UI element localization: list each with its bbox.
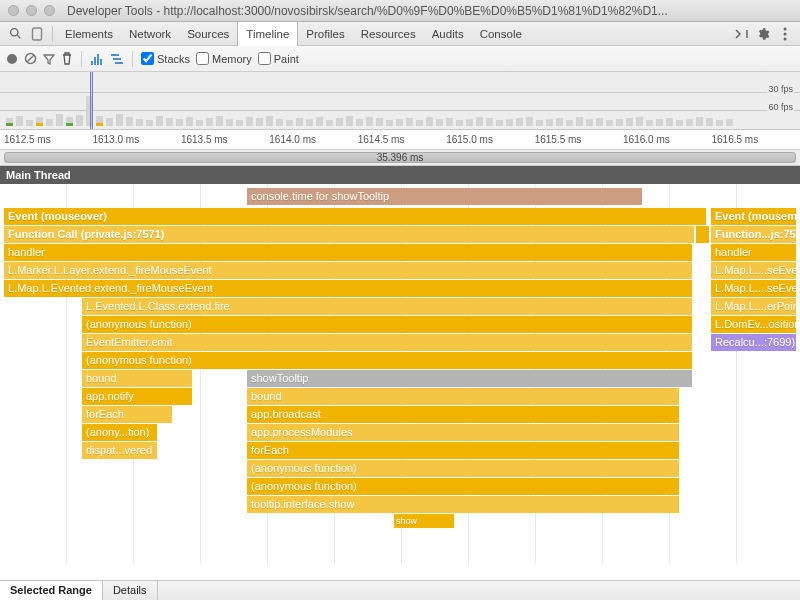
flame-lmap-se2[interactable]: L.Map.L....seEvent xyxy=(711,280,796,297)
flame-console-time[interactable]: console.time for showTooltip xyxy=(247,188,642,205)
minimize-window-icon[interactable] xyxy=(26,5,37,16)
more-menu-icon[interactable] xyxy=(774,24,796,44)
tab-sources[interactable]: Sources xyxy=(179,22,237,46)
clear-icon[interactable] xyxy=(24,52,37,65)
panel-tabs: ElementsNetworkSourcesTimelineProfilesRe… xyxy=(57,22,530,46)
flame-function-call-short[interactable]: Function...js:7571) xyxy=(711,226,796,243)
search-icon[interactable] xyxy=(4,24,26,44)
flame-anon-3[interactable]: (anonymous function) xyxy=(247,460,679,477)
traffic-lights[interactable] xyxy=(8,5,55,16)
timeline-overview[interactable]: 30 fps 60 fps xyxy=(0,72,800,130)
waterfall-view-icon[interactable] xyxy=(110,53,124,65)
ruler-tick: 1615.5 ms xyxy=(535,134,623,145)
svg-rect-11 xyxy=(97,54,99,65)
range-bar[interactable]: 35.396 ms xyxy=(0,150,800,166)
thread-header: Main Thread xyxy=(0,166,800,184)
tab-selected-range[interactable]: Selected Range xyxy=(0,581,103,600)
separator xyxy=(81,51,82,67)
close-window-icon[interactable] xyxy=(8,5,19,16)
flamechart-view-icon[interactable] xyxy=(90,53,104,65)
svg-point-3 xyxy=(784,27,787,30)
tab-profiles[interactable]: Profiles xyxy=(298,22,352,46)
flame-fire-mouseevent-2[interactable]: L.Map.L.Evented.extend._fireMouseEvent xyxy=(4,280,692,297)
window-title: Developer Tools - http://localhost:3000/… xyxy=(67,4,668,18)
tab-details[interactable]: Details xyxy=(103,581,158,600)
flame-bound-l[interactable]: bound xyxy=(82,370,192,387)
tab-elements[interactable]: Elements xyxy=(57,22,121,46)
time-ruler: 1612.5 ms1613.0 ms1613.5 ms1614.0 ms1614… xyxy=(0,130,800,150)
ruler-tick: 1614.5 ms xyxy=(358,134,446,145)
flame-anon-4[interactable]: (anonymous function) xyxy=(247,478,679,495)
flame-tooltip-show[interactable]: tooltip.interface.show xyxy=(247,496,679,513)
ruler-tick: 1612.5 ms xyxy=(4,134,92,145)
flame-dispatch[interactable]: dispat...vered xyxy=(82,442,157,459)
flame-emit[interactable]: EventEmitter.emit xyxy=(82,334,692,351)
flame-broadcast[interactable]: app.broadcast xyxy=(247,406,679,423)
flame-anon-2[interactable]: (anonymous function) xyxy=(82,352,692,369)
flame-ldom[interactable]: L.DomEv...osition xyxy=(711,316,796,333)
flame-function-call[interactable]: Function Call (private.js:7571) xyxy=(4,226,694,243)
ruler-tick: 1613.0 ms xyxy=(92,134,180,145)
flame-fire-mouseevent-1[interactable]: L.Marker.L.Layer.extend._fireMouseEvent xyxy=(4,262,692,279)
timeline-toolbar: Stacks Memory Paint xyxy=(0,46,800,72)
svg-rect-2 xyxy=(33,28,42,40)
tab-timeline[interactable]: Timeline xyxy=(237,22,298,46)
overview-bars xyxy=(6,94,794,126)
svg-rect-13 xyxy=(111,54,119,56)
ruler-tick: 1613.5 ms xyxy=(181,134,269,145)
flame-bound-r[interactable]: bound xyxy=(247,388,679,405)
flame-lmap-er[interactable]: L.Map.L....erPoint xyxy=(711,298,796,315)
ruler-tick: 1616.0 ms xyxy=(623,134,711,145)
window-titlebar: Developer Tools - http://localhost:3000/… xyxy=(0,0,800,22)
zoom-window-icon[interactable] xyxy=(44,5,55,16)
svg-rect-12 xyxy=(100,59,102,65)
main-toolbar: ElementsNetworkSourcesTimelineProfilesRe… xyxy=(0,22,800,46)
flame-anon-1[interactable]: (anonymous function) xyxy=(82,316,692,333)
flame-recalculate-style[interactable]: Recalcu...:7699) xyxy=(711,334,796,351)
separator xyxy=(132,51,133,67)
ruler-tick: 1614.0 ms xyxy=(269,134,357,145)
flame-handler-r[interactable]: handler xyxy=(711,244,796,261)
flame-levented-fire[interactable]: L.Evented.L.Class.extend.fire xyxy=(82,298,692,315)
svg-point-6 xyxy=(7,54,17,64)
flame-chip[interactable] xyxy=(701,226,709,243)
flame-processmodules[interactable]: app.processModules xyxy=(247,424,679,441)
memory-checkbox[interactable]: Memory xyxy=(196,52,252,65)
settings-gear-icon[interactable] xyxy=(752,24,774,44)
ruler-tick: 1615.0 ms xyxy=(446,134,534,145)
filter-icon[interactable] xyxy=(43,53,55,65)
svg-rect-15 xyxy=(115,62,123,64)
flame-event-mousemove[interactable]: Event (mousemove) xyxy=(711,208,796,225)
separator xyxy=(52,26,53,42)
tab-console[interactable]: Console xyxy=(472,22,530,46)
drawer-toggle-icon[interactable] xyxy=(730,24,752,44)
paint-checkbox[interactable]: Paint xyxy=(258,52,299,65)
device-icon[interactable] xyxy=(26,24,48,44)
record-icon[interactable] xyxy=(6,53,18,65)
flame-foreach-r[interactable]: forEach xyxy=(247,442,679,459)
bottom-tabs: Selected Range Details xyxy=(0,580,800,600)
ruler-tick: 1616.5 ms xyxy=(712,134,800,145)
svg-line-1 xyxy=(17,35,20,38)
flame-foreach-l[interactable]: forEach xyxy=(82,406,172,423)
tab-audits[interactable]: Audits xyxy=(424,22,472,46)
svg-point-0 xyxy=(10,29,17,36)
flame-handler[interactable]: handler xyxy=(4,244,692,261)
flamechart[interactable]: console.time for showTooltip Event (mous… xyxy=(0,184,800,564)
svg-rect-14 xyxy=(113,58,121,60)
svg-line-8 xyxy=(27,55,34,62)
fps-30-label: 30 fps xyxy=(767,84,794,94)
flame-show-tiny[interactable]: show xyxy=(394,514,454,528)
flame-event-mouseover[interactable]: Event (mouseover) xyxy=(4,208,706,225)
flame-lmap-se1[interactable]: L.Map.L....seEvent xyxy=(711,262,796,279)
overview-selection[interactable] xyxy=(90,72,93,129)
flame-anon-short[interactable]: (anony...tion) xyxy=(82,424,157,441)
tab-network[interactable]: Network xyxy=(121,22,179,46)
range-thumb[interactable]: 35.396 ms xyxy=(4,152,796,163)
garbage-collect-icon[interactable] xyxy=(61,52,73,65)
stacks-checkbox[interactable]: Stacks xyxy=(141,52,190,65)
flame-notify[interactable]: app.notify xyxy=(82,388,192,405)
flame-showtooltip[interactable]: showTooltip xyxy=(247,370,692,387)
tab-resources[interactable]: Resources xyxy=(353,22,424,46)
svg-point-5 xyxy=(784,37,787,40)
